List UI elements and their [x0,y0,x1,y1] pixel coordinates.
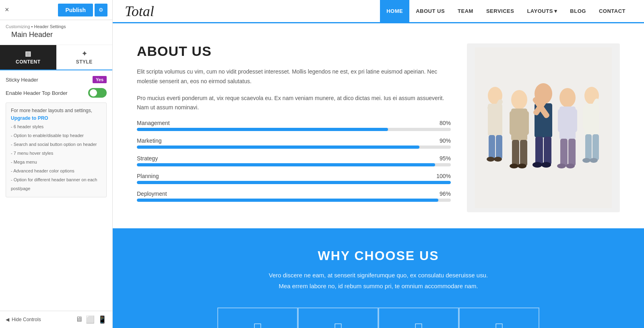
svg-rect-12 [520,140,527,166]
svg-point-32 [494,157,502,162]
why-cards-row: □ □ □ □ [137,308,620,328]
skill-bar-bg [137,181,451,184]
skills-container: Management 80% Marketing 90% [137,120,451,202]
svg-rect-30 [592,134,599,160]
skill-bar-fill [137,128,388,131]
skill-name: Deployment [137,191,167,197]
svg-rect-21 [558,109,563,132]
svg-point-33 [510,164,518,168]
why-subtitle-line2: Mea errem labore no, id rebum summo pri,… [137,281,620,291]
feature-item: Advanced header color options [11,166,101,175]
svg-point-31 [487,157,495,162]
feature-item: Option to enable/disable top header [11,131,101,140]
svg-rect-22 [572,109,577,132]
nav-item-home[interactable]: HOME [380,0,409,22]
feature-item: Mega menu [11,158,101,166]
site-logo: Total [125,3,154,20]
tablet-icon[interactable]: ⬜ [86,315,95,324]
upgrade-pro-link[interactable]: Upgrade to PRO [11,115,48,121]
tab-content[interactable]: ▤ CONTENT [0,45,56,70]
skill-percent: 96% [440,191,451,197]
skill-bar-fill [137,181,451,184]
svg-point-40 [590,158,598,163]
nav-item-layouts[interactable]: LAYOUTS ▾ [520,0,564,22]
site-navigation: HOME ABOUT US TEAM SERVICES LAYOUTS ▾ BL… [380,0,632,22]
svg-point-37 [557,164,566,168]
publish-button[interactable]: Publish [58,4,93,16]
panel-top-bar: × Publish ⚙ [0,0,112,20]
panel-tabs: ▤ CONTENT ✦ STYLE [0,45,112,70]
publish-area: Publish ⚙ [58,4,107,16]
nav-item-services[interactable]: SERVICES [480,0,521,22]
nav-item-about[interactable]: ABOUT US [409,0,451,22]
close-button[interactable]: × [5,6,9,14]
why-card-4: □ [459,308,539,328]
dropdown-arrow-icon: ▾ [554,8,557,14]
why-choose-us-section: WHY CHOOSE US Vero discere ne eam, at se… [113,228,644,328]
nav-item-team[interactable]: TEAM [451,0,480,22]
desktop-icon[interactable]: 🖥 [75,315,83,324]
skill-deployment: Deployment 96% [137,191,451,202]
why-card-3: □ [378,308,459,328]
sticky-header-setting: Sticky Header Yes [6,76,107,83]
people-illustration [475,47,612,208]
skill-name: Planning [137,173,159,179]
skill-name: Marketing [137,137,161,144]
mobile-icon[interactable]: 📱 [98,315,107,324]
svg-rect-29 [585,134,592,160]
svg-rect-5 [489,135,495,159]
svg-point-36 [541,162,551,168]
skill-percent: 100% [436,173,451,179]
svg-rect-24 [568,139,576,166]
skill-planning: Planning 100% [137,173,451,184]
sticky-header-badge[interactable]: Yes [93,76,107,83]
svg-point-39 [582,158,590,163]
skill-bar-bg [137,128,451,131]
why-choose-us-title: WHY CHOOSE US [137,248,620,263]
toggle-on-label: ON [90,90,96,94]
about-section: ABOUT US Elit scripta volumus cu vim, cu… [113,23,644,228]
why-card-3-icon: □ [387,320,450,328]
breadcrumb-current: Header Settings [34,24,66,29]
skill-name: Management [137,120,170,126]
skill-bar-fill [137,146,419,149]
content-tab-icon: ▤ [25,50,31,57]
skill-bar-bg [137,199,451,202]
site-preview: Total HOME ABOUT US TEAM SERVICES LAYOUT… [113,0,644,328]
why-card-1-icon: □ [226,320,289,328]
nav-item-contact[interactable]: CONTACT [592,0,632,22]
settings-gear-button[interactable]: ⚙ [95,4,107,16]
tab-style[interactable]: ✦ STYLE [56,45,113,70]
layouts-label: LAYOUTS [527,8,553,14]
why-card-2: □ [298,308,378,328]
hide-controls-button[interactable]: ◀ Hide Controls [6,317,41,322]
svg-rect-9 [510,111,515,135]
breadcrumb: Customizing • Header Settings Main Heade… [0,20,112,45]
skill-percent: 80% [440,120,451,126]
feature-item: 7 menu hover styles [11,149,101,158]
breadcrumb-text: Customizing • Header Settings [6,24,107,29]
breadcrumb-separator: • [30,24,34,29]
feature-item: Search and social button option on heade… [11,140,101,149]
site-header: Total HOME ABOUT US TEAM SERVICES LAYOUT… [113,0,644,23]
about-title: ABOUT US [137,43,451,59]
skill-bar-bg [137,163,451,166]
svg-rect-23 [560,139,568,166]
feature-item: Option for different header banner on ea… [11,175,101,193]
svg-point-7 [511,90,527,109]
why-card-4-icon: □ [468,320,530,328]
about-image-column [467,43,620,212]
breadcrumb-parent[interactable]: Customizing [6,24,30,29]
info-box: For more header layouts and settings, Up… [6,102,107,197]
top-border-toggle[interactable]: ON [88,88,107,98]
svg-rect-6 [496,135,502,159]
nav-item-blog[interactable]: BLOG [564,0,592,22]
top-border-label: Enable Header Top Border [6,90,68,96]
svg-rect-18 [544,137,551,165]
info-text: For more header layouts and settings, [11,108,92,113]
svg-point-38 [566,164,575,168]
hide-controls-label: Hide Controls [12,317,41,322]
skill-percent: 90% [440,137,451,144]
gear-icon: ⚙ [99,7,103,13]
svg-point-19 [559,88,576,107]
